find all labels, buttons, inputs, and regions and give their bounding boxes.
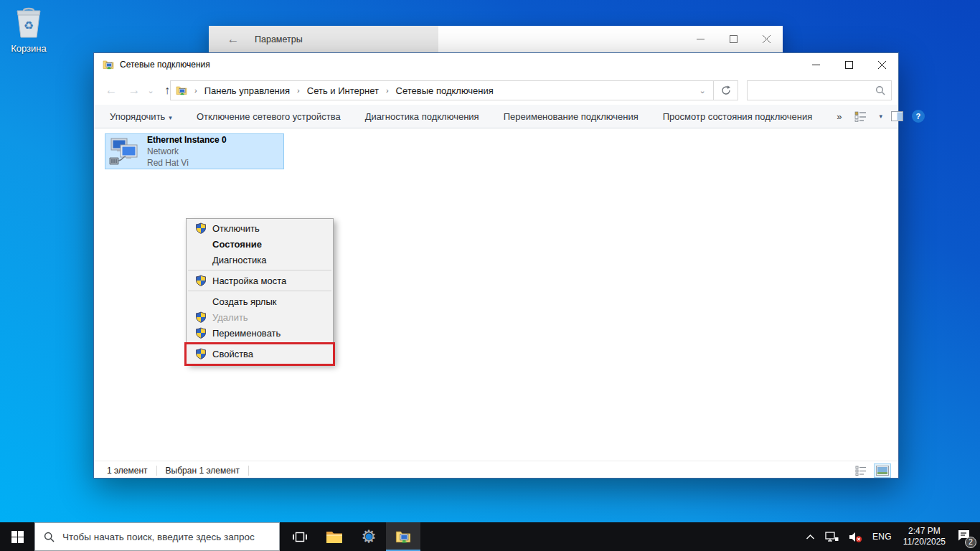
notification-badge: 2: [965, 537, 976, 548]
desktop[interactable]: ♻ Корзина ← Параметры Се: [0, 0, 980, 551]
address-bar[interactable]: › Панель управления › Сеть и Интернет › …: [170, 80, 738, 100]
change-view-icon[interactable]: [854, 111, 867, 122]
statusbar-divider: [156, 466, 157, 476]
items-count: 1 элемент: [107, 466, 148, 476]
explorer-search-input[interactable]: [747, 80, 892, 100]
refresh-icon: [721, 85, 731, 95]
taskbar: Чтобы начать поиск, введите здесь запрос…: [0, 522, 980, 551]
menu-item-create-shortcut-label: Создать ярлык: [212, 296, 276, 307]
connection-item-ethernet-instance-0[interactable]: Ethernet Instance 0 Network Red Hat Vi: [105, 133, 284, 169]
address-location-icon: [176, 85, 187, 96]
file-explorer-icon: [326, 530, 343, 544]
menu-item-rename[interactable]: Переименовать: [187, 325, 333, 341]
address-dropdown-icon[interactable]: ⌄: [692, 86, 713, 95]
connection-adapter: Red Hat Vi: [147, 157, 227, 169]
menu-item-delete[interactable]: Удалить: [187, 309, 333, 325]
menu-item-disable-label: Отключить: [212, 223, 260, 234]
speaker-muted-icon: [849, 532, 862, 542]
recycle-bin-label: Корзина: [6, 43, 52, 54]
menu-item-diagnose[interactable]: Диагностика: [187, 252, 333, 268]
forward-icon[interactable]: →: [124, 76, 144, 105]
menu-item-bridge-label: Настройка моста: [212, 276, 286, 286]
uac-shield-icon: [195, 275, 207, 286]
folder-content-area[interactable]: Ethernet Instance 0 Network Red Hat Vi О…: [94, 128, 898, 461]
clock[interactable]: 2:47 PM 11/20/2025: [897, 526, 952, 547]
system-tray: ENG 2:47 PM 11/20/2025 2: [801, 522, 980, 551]
organize-label: Упорядочить: [110, 111, 165, 122]
gear-icon: ⚙: [361, 528, 377, 545]
settings-window[interactable]: ← Параметры: [209, 26, 783, 52]
command-bar: Упорядочить▾ Отключение сетевого устройс…: [94, 105, 898, 128]
organize-button[interactable]: Упорядочить▾: [110, 111, 172, 122]
network-connections-taskbar-button[interactable]: [386, 522, 420, 551]
refresh-button[interactable]: [713, 81, 738, 100]
settings-maximize-button[interactable]: [717, 26, 750, 52]
recycle-bin[interactable]: ♻ Корзина: [6, 6, 52, 54]
window-titlebar[interactable]: Сетевые подключения: [94, 53, 898, 76]
details-view-button[interactable]: [852, 463, 870, 478]
tray-expand-button[interactable]: [801, 534, 820, 540]
clock-time: 2:47 PM: [908, 526, 941, 537]
settings-minimize-button[interactable]: [684, 26, 717, 52]
settings-close-button[interactable]: [750, 26, 783, 52]
network-connections-icon: [103, 59, 114, 70]
uac-shield-icon: [195, 327, 207, 339]
tray-network-button[interactable]: [820, 532, 844, 542]
window-title: Сетевые подключения: [120, 60, 210, 70]
settings-taskbar-button[interactable]: ⚙: [352, 522, 386, 551]
menu-separator: [188, 291, 331, 291]
file-explorer-button[interactable]: [317, 522, 352, 551]
thumbnail-view-button[interactable]: [874, 463, 891, 478]
breadcrumb-network-connections[interactable]: Сетевые подключения: [392, 85, 498, 96]
tray-volume-button[interactable]: [844, 532, 867, 542]
statusbar-divider: [248, 466, 249, 476]
recent-locations-icon[interactable]: ⌄: [144, 76, 157, 105]
minimize-button[interactable]: [799, 53, 832, 76]
settings-titlebar[interactable]: ← Параметры: [209, 26, 783, 52]
menu-item-create-shortcut[interactable]: Создать ярлык: [187, 293, 333, 309]
uac-shield-icon: [195, 222, 207, 234]
back-icon[interactable]: ←: [101, 76, 121, 105]
breadcrumb-separator-icon: ›: [192, 86, 200, 95]
menu-separator: [188, 270, 331, 270]
command-rename-connection[interactable]: Переименование подключения: [504, 111, 639, 122]
breadcrumb-separator-icon: ›: [294, 86, 303, 95]
more-commands-icon[interactable]: »: [837, 111, 842, 122]
help-button[interactable]: ?: [912, 110, 925, 123]
network-connections-window: Сетевые подключения ← → ⌄ ↑ › П: [93, 52, 899, 479]
connection-name: Ethernet Instance 0: [147, 134, 227, 146]
command-disable-device[interactable]: Отключение сетевого устройства: [197, 111, 341, 122]
task-view-button[interactable]: [283, 522, 317, 551]
breadcrumb-network-internet[interactable]: Сеть и Интернет: [303, 85, 383, 96]
language-indicator[interactable]: ENG: [867, 532, 897, 542]
command-view-status[interactable]: Просмотр состояния подключения: [663, 111, 812, 122]
context-menu: Отключить Состояние Диагностика Настройк…: [186, 218, 334, 364]
menu-item-bridge[interactable]: Настройка моста: [187, 273, 333, 288]
menu-item-disable[interactable]: Отключить: [187, 220, 333, 236]
breadcrumb-control-panel[interactable]: Панель управления: [200, 85, 294, 96]
uac-shield-icon: [195, 348, 207, 359]
task-view-icon: [293, 531, 307, 543]
selected-count: Выбран 1 элемент: [166, 466, 240, 476]
preview-pane-icon[interactable]: [891, 111, 903, 121]
menu-item-status[interactable]: Состояние: [187, 236, 333, 252]
action-center-button[interactable]: 2: [952, 529, 976, 545]
close-button[interactable]: [865, 53, 898, 76]
settings-back-icon[interactable]: ←: [225, 32, 242, 47]
menu-item-properties[interactable]: Свойства: [187, 346, 333, 362]
menu-item-rename-label: Переименовать: [212, 328, 281, 339]
network-adapter-icon: [108, 137, 140, 166]
view-dropdown-icon[interactable]: ▾: [879, 113, 882, 120]
start-button[interactable]: [0, 522, 34, 551]
maximize-button[interactable]: [832, 53, 865, 76]
taskbar-search-input[interactable]: Чтобы начать поиск, введите здесь запрос: [34, 522, 280, 551]
uac-shield-icon: [195, 311, 207, 323]
recycle-bin-icon: ♻: [14, 6, 44, 39]
menu-item-properties-label: Свойства: [212, 349, 253, 359]
network-ethernet-icon: [825, 532, 839, 542]
command-diagnose-connection[interactable]: Диагностика подключения: [365, 111, 479, 122]
search-icon: [44, 532, 55, 542]
menu-separator: [188, 343, 331, 344]
clock-date: 11/20/2025: [903, 537, 946, 547]
windows-logo-icon: [11, 531, 24, 543]
